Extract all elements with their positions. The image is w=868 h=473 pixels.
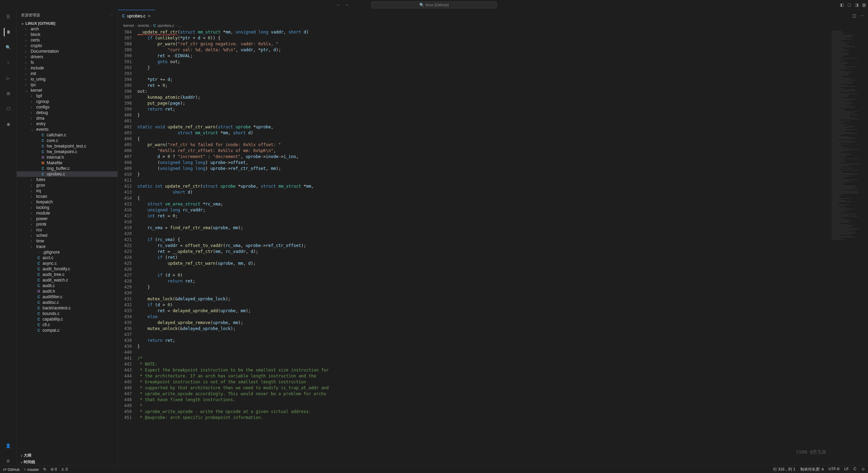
file-hw_breakpoint_test.c[interactable]: Chw_breakpoint_test.c [17,143,117,149]
file-backtracetest.c[interactable]: Cbacktracetest.c [17,305,117,311]
github-icon[interactable]: ◉ [4,120,13,128]
file-ring_buffer.c[interactable]: Cring_buffer.c [17,166,117,171]
toggle-panel-right-icon[interactable]: ◨ [855,2,859,7]
remote-indicator[interactable]: ⮂ GitHub [3,467,20,472]
debug-icon[interactable]: ▷ [4,74,13,82]
folder-futex[interactable]: ›futex [17,177,117,182]
warnings-count[interactable]: ⚠ 0 [61,467,68,472]
folder-arch[interactable]: ›arch [17,26,117,32]
folder-bpf[interactable]: ›bpf [17,93,117,99]
crumb[interactable]: kernel [123,23,134,28]
folder-fs[interactable]: ›fs [17,60,117,65]
file-Makefile[interactable]: MMakefile [17,160,117,166]
folder-configs[interactable]: ›configs [17,104,117,110]
file-compat.c[interactable]: Ccompat.c [17,328,117,333]
cursor-pos[interactable]: 行 316，列 1 [773,467,795,472]
toggle-panel-bottom-icon[interactable]: ▢ [847,2,851,7]
folder-livepatch[interactable]: ›livepatch [17,199,117,205]
crumb[interactable]: events [138,23,149,28]
tab-size[interactable]: 制表符长度: 4 [800,467,824,472]
settings-gear-icon[interactable]: ⚙ [4,457,13,465]
editor[interactable]: 384 387 388 389 390 391 392 393 394 395 … [118,29,868,465]
toggle-panel-left-icon[interactable]: ◧ [840,2,844,7]
close-icon[interactable]: ✕ [147,14,151,18]
file-audit.c[interactable]: Caudit.c [17,283,117,288]
folder-cgroup[interactable]: ›cgroup [17,99,117,104]
encoding[interactable]: UTF-8 [829,467,839,472]
file-auditsc.c[interactable]: Cauditsc.c [17,300,117,305]
file-core.c[interactable]: Ccore.c [17,138,117,143]
lang-mode[interactable]: C [854,467,856,472]
folder-gcov[interactable]: ›gcov [17,182,117,188]
folder-block[interactable]: ›block [17,32,117,37]
eol[interactable]: LF [844,467,849,472]
folder-init[interactable]: ›init [17,71,117,76]
nav-back-icon[interactable]: ← [336,2,341,7]
folder-certs[interactable]: ›certs [17,37,117,43]
file-async.c[interactable]: Casync.c [17,261,117,266]
folder-locking[interactable]: ›locking [17,205,117,210]
file-audit.h[interactable]: Haudit.h [17,288,117,294]
file-audit_tree.c[interactable]: Caudit_tree.c [17,272,117,277]
folder-label: init [31,71,36,76]
sync-icon[interactable]: ↻ [43,467,46,472]
file-cfi.c[interactable]: Ccfi.c [17,322,117,328]
file-auditfilter.c[interactable]: Cauditfilter.c [17,294,117,300]
crumb[interactable]: uprobes.c [158,23,174,28]
sidebar-more-icon[interactable]: ⋯ [109,13,113,17]
file-uprobes.c[interactable]: Cuprobes.c [17,171,117,177]
folder-rcu[interactable]: ›rcu [17,227,117,233]
file-audit_watch.c[interactable]: Caudit_watch.c [17,277,117,283]
code-content[interactable]: __update_ref_ctr(struct mm_struct *mm, u… [137,29,830,465]
folder-Documentation[interactable]: ›Documentation [17,48,117,54]
file-internal.h[interactable]: Hinternal.h [17,155,117,160]
more-actions-icon[interactable]: ⋯ [860,13,865,18]
folder-events[interactable]: ⌄ events [17,127,117,132]
folder-dma[interactable]: ›dma [17,115,117,121]
scm-icon[interactable]: ⑂ [4,59,13,67]
file-audit_fsnotify.c[interactable]: Caudit_fsnotify.c [17,266,117,272]
account-icon[interactable]: 👤 [4,442,13,450]
file-bounds.c[interactable]: Cbounds.c [17,311,117,316]
menu-icon[interactable]: ☰ [4,13,13,21]
folder-kernel[interactable]: ⌄ kernel [17,88,117,93]
folder-drivers[interactable]: ›drivers [17,54,117,60]
timeline-section[interactable]: › 时间线 [17,459,117,465]
command-center[interactable]: 🔍 linux [GitHub] [371,1,497,8]
file-acct.c[interactable]: Cacct.c [17,255,117,261]
nav-forward-icon[interactable]: → [345,2,349,7]
folder-printk[interactable]: ›printk [17,222,117,227]
minimap[interactable] [830,29,868,465]
branch-indicator[interactable]: ⑂ master [24,467,39,472]
folder-ipc[interactable]: ›ipc [17,82,117,88]
folder-entry[interactable]: ›entry [17,121,117,127]
file-capability.c[interactable]: Ccapability.c [17,316,117,322]
search-nav-icon[interactable]: 🔍 [4,43,13,52]
customize-layout-icon[interactable]: ▦ [862,2,866,7]
folder-power[interactable]: ›power [17,216,117,222]
project-root[interactable]: ⌄ LINUX [GITHUB] [17,20,117,26]
folder-time[interactable]: ›time [17,238,117,244]
feedback-icon[interactable]: ☺ [861,467,865,472]
file-hw_breakpoint.c[interactable]: Chw_breakpoint.c [17,149,117,155]
outline-section[interactable]: › 大纲 [17,452,117,459]
file-.gitignore[interactable]: ·.gitignore [17,249,117,255]
folder-kcsan[interactable]: ›kcsan [17,194,117,199]
folder-debug[interactable]: ›debug [17,110,117,115]
file-callchain.c[interactable]: Ccallchain.c [17,132,117,138]
extensions-icon[interactable]: ⊞ [4,89,13,98]
breadcrumb[interactable]: kernel› events› C uprobes.c› ... [118,22,868,29]
folder-sched[interactable]: ›sched [17,233,117,238]
folder-crypto[interactable]: ›crypto [17,43,117,48]
folder-trace[interactable]: ›trace [17,244,117,249]
split-editor-icon[interactable]: ◫ [852,13,856,18]
folder-include[interactable]: ›include [17,65,117,71]
errors-count[interactable]: ⊘ 0 [51,467,57,472]
folder-module[interactable]: ›module [17,210,117,216]
folder-io_uring[interactable]: ›io_uring [17,76,117,82]
crumb[interactable]: ... [178,23,182,28]
explorer-icon[interactable]: 🗎 [4,28,12,36]
tab-uprobes[interactable]: C uprobes.c ✕ [118,10,155,22]
remote-icon[interactable]: 🖵 [4,105,13,113]
folder-irq[interactable]: ›irq [17,188,117,194]
